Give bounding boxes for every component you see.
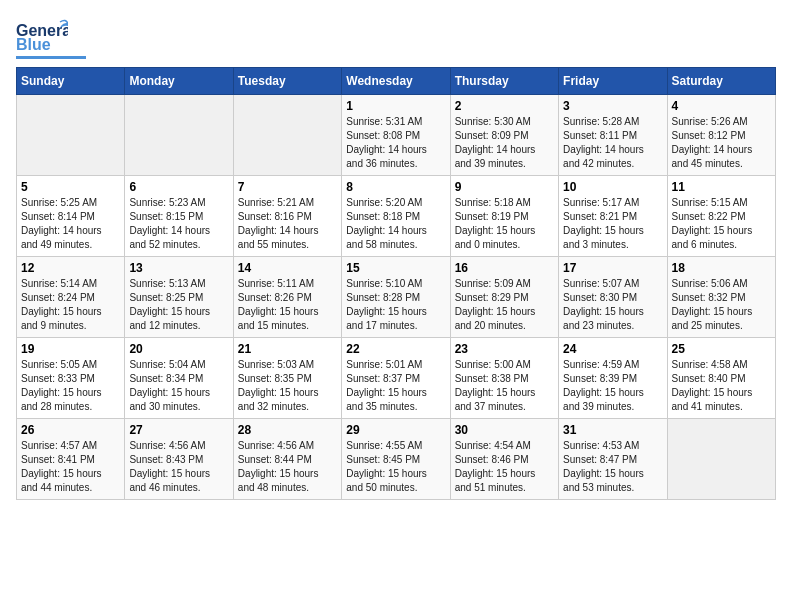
day-number: 19 xyxy=(21,342,120,356)
day-number: 15 xyxy=(346,261,445,275)
day-number: 12 xyxy=(21,261,120,275)
day-info: Sunrise: 5:11 AM Sunset: 8:26 PM Dayligh… xyxy=(238,277,337,333)
weekday-header-saturday: Saturday xyxy=(667,68,775,95)
day-number: 10 xyxy=(563,180,662,194)
day-info: Sunrise: 4:54 AM Sunset: 8:46 PM Dayligh… xyxy=(455,439,554,495)
day-cell-7: 7Sunrise: 5:21 AM Sunset: 8:16 PM Daylig… xyxy=(233,176,341,257)
day-cell-1: 1Sunrise: 5:31 AM Sunset: 8:08 PM Daylig… xyxy=(342,95,450,176)
day-number: 27 xyxy=(129,423,228,437)
day-number: 28 xyxy=(238,423,337,437)
day-info: Sunrise: 5:07 AM Sunset: 8:30 PM Dayligh… xyxy=(563,277,662,333)
day-cell-17: 17Sunrise: 5:07 AM Sunset: 8:30 PM Dayli… xyxy=(559,257,667,338)
day-cell-18: 18Sunrise: 5:06 AM Sunset: 8:32 PM Dayli… xyxy=(667,257,775,338)
day-info: Sunrise: 5:04 AM Sunset: 8:34 PM Dayligh… xyxy=(129,358,228,414)
day-number: 6 xyxy=(129,180,228,194)
empty-cell xyxy=(233,95,341,176)
weekday-header-thursday: Thursday xyxy=(450,68,558,95)
day-cell-5: 5Sunrise: 5:25 AM Sunset: 8:14 PM Daylig… xyxy=(17,176,125,257)
day-number: 23 xyxy=(455,342,554,356)
day-number: 20 xyxy=(129,342,228,356)
day-info: Sunrise: 4:53 AM Sunset: 8:47 PM Dayligh… xyxy=(563,439,662,495)
day-number: 17 xyxy=(563,261,662,275)
day-info: Sunrise: 5:01 AM Sunset: 8:37 PM Dayligh… xyxy=(346,358,445,414)
day-info: Sunrise: 5:03 AM Sunset: 8:35 PM Dayligh… xyxy=(238,358,337,414)
day-number: 21 xyxy=(238,342,337,356)
empty-cell xyxy=(667,419,775,500)
day-number: 9 xyxy=(455,180,554,194)
day-info: Sunrise: 4:58 AM Sunset: 8:40 PM Dayligh… xyxy=(672,358,771,414)
empty-cell xyxy=(17,95,125,176)
day-cell-28: 28Sunrise: 4:56 AM Sunset: 8:44 PM Dayli… xyxy=(233,419,341,500)
day-number: 22 xyxy=(346,342,445,356)
day-cell-13: 13Sunrise: 5:13 AM Sunset: 8:25 PM Dayli… xyxy=(125,257,233,338)
day-info: Sunrise: 5:18 AM Sunset: 8:19 PM Dayligh… xyxy=(455,196,554,252)
day-info: Sunrise: 4:55 AM Sunset: 8:45 PM Dayligh… xyxy=(346,439,445,495)
day-info: Sunrise: 4:56 AM Sunset: 8:43 PM Dayligh… xyxy=(129,439,228,495)
day-cell-8: 8Sunrise: 5:20 AM Sunset: 8:18 PM Daylig… xyxy=(342,176,450,257)
svg-text:Blue: Blue xyxy=(16,36,51,53)
day-info: Sunrise: 5:20 AM Sunset: 8:18 PM Dayligh… xyxy=(346,196,445,252)
day-number: 18 xyxy=(672,261,771,275)
day-cell-9: 9Sunrise: 5:18 AM Sunset: 8:19 PM Daylig… xyxy=(450,176,558,257)
day-cell-6: 6Sunrise: 5:23 AM Sunset: 8:15 PM Daylig… xyxy=(125,176,233,257)
day-cell-20: 20Sunrise: 5:04 AM Sunset: 8:34 PM Dayli… xyxy=(125,338,233,419)
day-info: Sunrise: 5:21 AM Sunset: 8:16 PM Dayligh… xyxy=(238,196,337,252)
day-number: 8 xyxy=(346,180,445,194)
day-cell-10: 10Sunrise: 5:17 AM Sunset: 8:21 PM Dayli… xyxy=(559,176,667,257)
day-info: Sunrise: 5:06 AM Sunset: 8:32 PM Dayligh… xyxy=(672,277,771,333)
day-info: Sunrise: 5:26 AM Sunset: 8:12 PM Dayligh… xyxy=(672,115,771,171)
day-cell-22: 22Sunrise: 5:01 AM Sunset: 8:37 PM Dayli… xyxy=(342,338,450,419)
day-info: Sunrise: 5:23 AM Sunset: 8:15 PM Dayligh… xyxy=(129,196,228,252)
day-info: Sunrise: 5:09 AM Sunset: 8:29 PM Dayligh… xyxy=(455,277,554,333)
day-number: 3 xyxy=(563,99,662,113)
day-info: Sunrise: 4:56 AM Sunset: 8:44 PM Dayligh… xyxy=(238,439,337,495)
day-number: 2 xyxy=(455,99,554,113)
logo: General Blue xyxy=(16,16,86,59)
day-cell-14: 14Sunrise: 5:11 AM Sunset: 8:26 PM Dayli… xyxy=(233,257,341,338)
weekday-header-friday: Friday xyxy=(559,68,667,95)
day-cell-29: 29Sunrise: 4:55 AM Sunset: 8:45 PM Dayli… xyxy=(342,419,450,500)
day-number: 7 xyxy=(238,180,337,194)
day-cell-26: 26Sunrise: 4:57 AM Sunset: 8:41 PM Dayli… xyxy=(17,419,125,500)
day-cell-24: 24Sunrise: 4:59 AM Sunset: 8:39 PM Dayli… xyxy=(559,338,667,419)
day-info: Sunrise: 5:17 AM Sunset: 8:21 PM Dayligh… xyxy=(563,196,662,252)
weekday-header-tuesday: Tuesday xyxy=(233,68,341,95)
day-cell-3: 3Sunrise: 5:28 AM Sunset: 8:11 PM Daylig… xyxy=(559,95,667,176)
empty-cell xyxy=(125,95,233,176)
day-number: 14 xyxy=(238,261,337,275)
day-number: 30 xyxy=(455,423,554,437)
day-cell-4: 4Sunrise: 5:26 AM Sunset: 8:12 PM Daylig… xyxy=(667,95,775,176)
weekday-header-monday: Monday xyxy=(125,68,233,95)
day-cell-31: 31Sunrise: 4:53 AM Sunset: 8:47 PM Dayli… xyxy=(559,419,667,500)
day-info: Sunrise: 5:13 AM Sunset: 8:25 PM Dayligh… xyxy=(129,277,228,333)
day-info: Sunrise: 5:30 AM Sunset: 8:09 PM Dayligh… xyxy=(455,115,554,171)
day-number: 24 xyxy=(563,342,662,356)
day-cell-27: 27Sunrise: 4:56 AM Sunset: 8:43 PM Dayli… xyxy=(125,419,233,500)
day-cell-19: 19Sunrise: 5:05 AM Sunset: 8:33 PM Dayli… xyxy=(17,338,125,419)
day-number: 29 xyxy=(346,423,445,437)
day-number: 25 xyxy=(672,342,771,356)
day-cell-23: 23Sunrise: 5:00 AM Sunset: 8:38 PM Dayli… xyxy=(450,338,558,419)
day-info: Sunrise: 5:31 AM Sunset: 8:08 PM Dayligh… xyxy=(346,115,445,171)
day-cell-2: 2Sunrise: 5:30 AM Sunset: 8:09 PM Daylig… xyxy=(450,95,558,176)
calendar-table: SundayMondayTuesdayWednesdayThursdayFrid… xyxy=(16,67,776,500)
day-cell-25: 25Sunrise: 4:58 AM Sunset: 8:40 PM Dayli… xyxy=(667,338,775,419)
day-number: 16 xyxy=(455,261,554,275)
day-number: 4 xyxy=(672,99,771,113)
day-number: 31 xyxy=(563,423,662,437)
day-cell-12: 12Sunrise: 5:14 AM Sunset: 8:24 PM Dayli… xyxy=(17,257,125,338)
page-header: General Blue xyxy=(16,16,776,59)
day-info: Sunrise: 4:59 AM Sunset: 8:39 PM Dayligh… xyxy=(563,358,662,414)
day-info: Sunrise: 5:10 AM Sunset: 8:28 PM Dayligh… xyxy=(346,277,445,333)
day-cell-21: 21Sunrise: 5:03 AM Sunset: 8:35 PM Dayli… xyxy=(233,338,341,419)
day-info: Sunrise: 4:57 AM Sunset: 8:41 PM Dayligh… xyxy=(21,439,120,495)
day-info: Sunrise: 5:05 AM Sunset: 8:33 PM Dayligh… xyxy=(21,358,120,414)
day-number: 5 xyxy=(21,180,120,194)
day-number: 11 xyxy=(672,180,771,194)
day-cell-15: 15Sunrise: 5:10 AM Sunset: 8:28 PM Dayli… xyxy=(342,257,450,338)
day-cell-11: 11Sunrise: 5:15 AM Sunset: 8:22 PM Dayli… xyxy=(667,176,775,257)
day-info: Sunrise: 5:14 AM Sunset: 8:24 PM Dayligh… xyxy=(21,277,120,333)
day-cell-16: 16Sunrise: 5:09 AM Sunset: 8:29 PM Dayli… xyxy=(450,257,558,338)
day-cell-30: 30Sunrise: 4:54 AM Sunset: 8:46 PM Dayli… xyxy=(450,419,558,500)
day-info: Sunrise: 5:25 AM Sunset: 8:14 PM Dayligh… xyxy=(21,196,120,252)
